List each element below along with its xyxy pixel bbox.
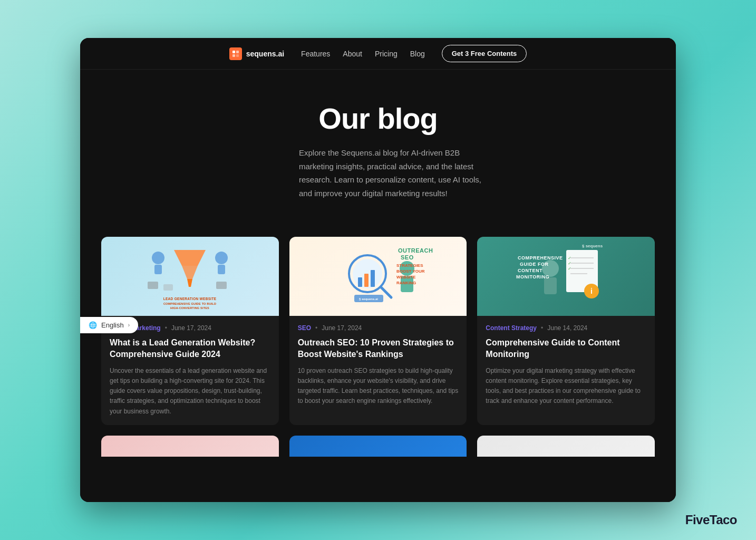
card-3[interactable]: ✓ ✓ ✓ § sequens i COMPREHENSIVE GUIDE — [477, 237, 655, 425]
card-1-date: June 17, 2024 — [171, 324, 211, 332]
svg-text:STRATEGIES: STRATEGIES — [396, 263, 423, 268]
svg-text:BOOST YOUR: BOOST YOUR — [396, 269, 425, 274]
card-2-meta: SEO • June 17, 2024 — [298, 324, 459, 332]
svg-point-9 — [215, 252, 228, 264]
card-2-category: SEO — [298, 324, 311, 332]
svg-text:✓: ✓ — [568, 261, 571, 266]
svg-text:§ sequens.ai: § sequens.ai — [359, 297, 378, 301]
navbar: sequens.ai Features About Pricing Blog G… — [80, 38, 676, 70]
svg-point-7 — [152, 252, 164, 264]
card-3-body: Content Strategy • June 14, 2024 Compreh… — [477, 316, 655, 415]
svg-rect-22 — [371, 270, 375, 287]
svg-rect-43 — [544, 277, 557, 294]
logo-icon — [229, 47, 242, 60]
svg-text:✓: ✓ — [568, 266, 571, 271]
svg-text:RANKING: RANKING — [396, 281, 416, 285]
card-1-excerpt: Uncover the essentials of a lead generat… — [110, 366, 270, 417]
svg-text:SEO: SEO — [401, 254, 414, 261]
svg-rect-2 — [232, 54, 235, 57]
svg-text:COMPREHENSIVE: COMPREHENSIVE — [518, 255, 563, 261]
svg-rect-1 — [236, 51, 239, 53]
cards-grid: LEAD GENERATION WEBSITE COMPREHENSIVE GU… — [101, 237, 655, 425]
card-3-meta: Content Strategy • June 14, 2024 — [486, 324, 646, 332]
svg-rect-8 — [154, 265, 162, 274]
svg-marker-5 — [182, 266, 198, 279]
svg-text:WEBSITE: WEBSITE — [396, 275, 416, 279]
card-2-image: OUTREACH SEO STRATEGIES BOOST YOUR WEBSI… — [289, 237, 467, 316]
svg-rect-21 — [364, 274, 369, 287]
svg-text:LEAD GENERATION WEBSITE: LEAD GENERATION WEBSITE — [163, 297, 217, 301]
nav-features[interactable]: Features — [301, 50, 330, 58]
svg-marker-6 — [187, 279, 192, 287]
hero-title: Our blog — [101, 101, 655, 136]
hero-description: Explore the Sequens.ai blog for AI-drive… — [267, 146, 489, 200]
card-2-title: Outreach SEO: 10 Proven Strategies to Bo… — [298, 337, 459, 361]
hero-section: Our blog Explore the Sequens.ai blog for… — [80, 70, 676, 226]
svg-rect-10 — [218, 265, 225, 274]
card-3-title: Comprehensive Guide to Content Monitorin… — [486, 337, 646, 361]
card-2[interactable]: OUTREACH SEO STRATEGIES BOOST YOUR WEBSI… — [289, 237, 467, 425]
language-label: English — [101, 321, 124, 329]
svg-rect-0 — [232, 51, 235, 53]
svg-text:HIGH-CONVERTING SITES: HIGH-CONVERTING SITES — [170, 306, 209, 310]
svg-rect-12 — [163, 284, 173, 291]
svg-marker-4 — [174, 250, 206, 266]
card-1-image: LEAD GENERATION WEBSITE COMPREHENSIVE GU… — [101, 237, 279, 316]
nav-blog[interactable]: Blog — [410, 50, 425, 58]
card-2-date: June 17, 2024 — [322, 324, 362, 332]
nav-pricing[interactable]: Pricing — [375, 50, 398, 58]
svg-text:OUTREACH: OUTREACH — [398, 247, 433, 254]
card-3-category: Content Strategy — [486, 324, 537, 332]
globe-icon: 🌐 — [89, 321, 97, 329]
svg-text:MONITORING: MONITORING — [516, 274, 549, 279]
svg-text:§ sequens: § sequens — [582, 244, 603, 248]
card-partial-2 — [289, 436, 467, 457]
card-3-date: June 14, 2024 — [547, 324, 587, 332]
card-partial-3 — [477, 436, 655, 457]
card-2-excerpt: 10 proven outreach SEO strategies to bui… — [298, 366, 459, 407]
svg-text:GUIDE FOR: GUIDE FOR — [520, 262, 549, 267]
cards-row-2 — [101, 436, 655, 457]
svg-rect-13 — [216, 282, 227, 289]
svg-rect-20 — [358, 277, 362, 287]
nav-logo[interactable]: sequens.ai — [229, 47, 284, 60]
nav-about[interactable]: About — [343, 50, 362, 58]
card-1-title: What is a Lead Generation Website? Compr… — [110, 337, 270, 361]
card-2-body: SEO • June 17, 2024 Outreach SEO: 10 Pro… — [289, 316, 467, 415]
chevron-right-icon: › — [128, 322, 130, 328]
svg-text:i: i — [590, 287, 593, 295]
card-3-excerpt: Optimize your digital marketing strategy… — [486, 366, 646, 407]
cta-button[interactable]: Get 3 Free Contents — [442, 45, 527, 62]
logo-text: sequens.ai — [246, 50, 284, 58]
svg-rect-3 — [236, 54, 239, 57]
card-partial-1 — [101, 436, 279, 457]
language-selector[interactable]: 🌐 English › — [80, 317, 138, 333]
svg-text:✓: ✓ — [568, 256, 571, 261]
nav-links: Features About Pricing Blog — [301, 50, 425, 58]
cards-section: LEAD GENERATION WEBSITE COMPREHENSIVE GU… — [80, 226, 676, 502]
svg-text:CONTENT: CONTENT — [518, 268, 542, 273]
watermark: FiveTaco — [685, 513, 737, 527]
card-3-image: ✓ ✓ ✓ § sequens i COMPREHENSIVE GUIDE — [477, 237, 655, 316]
svg-text:COMPREHENSIVE GUIDE TO BUILD: COMPREHENSIVE GUIDE TO BUILD — [163, 302, 216, 305]
browser-window: sequens.ai Features About Pricing Blog G… — [80, 38, 676, 502]
svg-rect-11 — [148, 282, 158, 289]
